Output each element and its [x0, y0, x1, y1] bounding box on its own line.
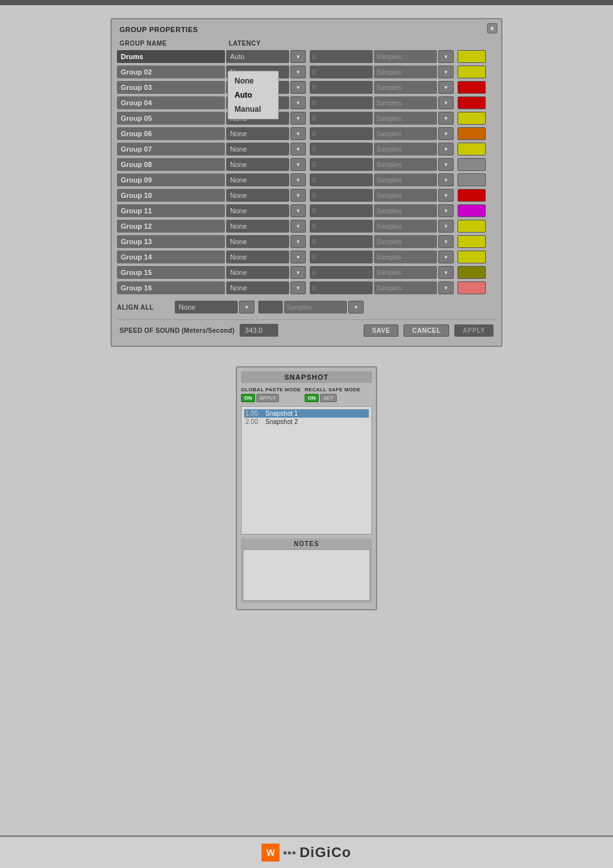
group-color-swatch-11[interactable]	[458, 220, 486, 233]
group-row: Group 11 None ▼ 0 Samples ▼	[117, 204, 496, 218]
cancel-button[interactable]: CANCEL	[404, 324, 449, 337]
align-latency-cell: None	[175, 301, 238, 314]
group-latency-dropdown-5[interactable]: ▼	[290, 127, 306, 140]
group-samples-1: Samples	[374, 66, 437, 78]
group-latency-dropdown-11[interactable]: ▼	[290, 220, 306, 233]
dialog-title: GROUP PROPERTIES	[117, 24, 496, 35]
align-samples-dropdown[interactable]: ▼	[348, 301, 364, 314]
group-value-14: 0	[310, 266, 373, 279]
dropdown-none[interactable]: None	[228, 74, 278, 88]
group-latency-dropdown-7[interactable]: ▼	[290, 158, 306, 171]
snapshot-name-0: Snapshot 1	[265, 410, 298, 417]
group-samples-dropdown-7[interactable]: ▼	[438, 158, 454, 171]
group-color-swatch-12[interactable]	[458, 235, 486, 248]
group-samples-5: Samples	[374, 127, 437, 140]
snapshot-item-0[interactable]: 1.00 Snapshot 1	[244, 409, 369, 418]
notes-area[interactable]	[243, 549, 370, 601]
group-latency-11: None	[226, 220, 289, 233]
bottom-bar: W DiGiCo	[0, 835, 613, 868]
group-latency-dropdown-12[interactable]: ▼	[290, 235, 306, 248]
group-latency-5: None	[226, 127, 289, 140]
group-latency-dropdown-0[interactable]: ▼	[290, 50, 306, 63]
group-color-swatch-13[interactable]	[458, 251, 486, 263]
group-samples-dropdown-11[interactable]: ▼	[438, 220, 454, 233]
group-latency-dropdown-9[interactable]: ▼	[290, 189, 306, 202]
group-color-swatch-9[interactable]	[458, 189, 486, 202]
col-latency: LATENCY	[229, 40, 293, 47]
group-color-swatch-8[interactable]	[458, 173, 486, 186]
dropdown-manual[interactable]: Manual	[228, 102, 278, 116]
logo-square: W	[262, 844, 280, 862]
snapshot-controls: GLOBAL PASTE MODE ON APPLY RECALL SAFE M…	[241, 387, 372, 402]
column-headers: GROUP NAME LATENCY	[117, 39, 496, 48]
dropdown-auto[interactable]: Auto	[228, 88, 278, 102]
group-color-swatch-1[interactable]	[458, 66, 486, 78]
col-group-name: GROUP NAME	[120, 40, 229, 47]
global-paste-apply-btn[interactable]: APPLY	[256, 394, 279, 402]
group-samples-dropdown-1[interactable]: ▼	[438, 66, 454, 78]
close-button[interactable]: ×	[487, 23, 497, 33]
group-row: Group 07 None ▼ 0 Samples ▼	[117, 142, 496, 156]
group-latency-dropdown-13[interactable]: ▼	[290, 251, 306, 263]
group-value-12: 0	[310, 235, 373, 248]
group-samples-dropdown-10[interactable]: ▼	[438, 204, 454, 217]
group-samples-dropdown-13[interactable]: ▼	[438, 251, 454, 263]
group-color-swatch-4[interactable]	[458, 112, 486, 125]
group-samples-dropdown-14[interactable]: ▼	[438, 266, 454, 279]
group-row: Drums Auto ▼ 0 Samples ▼	[117, 49, 496, 64]
group-samples-dropdown-0[interactable]: ▼	[438, 50, 454, 63]
recall-safe-set-btn[interactable]: SET	[320, 394, 337, 402]
group-samples-14: Samples	[374, 266, 437, 279]
group-latency-dropdown-10[interactable]: ▼	[290, 204, 306, 217]
group-value-10: 0	[310, 204, 373, 217]
group-row: Group 04 None ▼ 0 Samples ▼	[117, 96, 496, 110]
group-color-swatch-3[interactable]	[458, 96, 486, 109]
group-row: Group 15 None ▼ 0 Samples ▼	[117, 265, 496, 279]
group-samples-dropdown-6[interactable]: ▼	[438, 143, 454, 155]
group-samples-dropdown-4[interactable]: ▼	[438, 112, 454, 125]
group-samples-dropdown-2[interactable]: ▼	[438, 81, 454, 94]
group-name-7: Group 08	[117, 158, 225, 171]
group-row: Group 08 None ▼ 0 Samples ▼	[117, 157, 496, 172]
save-button[interactable]: SAVE	[364, 324, 399, 337]
group-samples-4: Samples	[374, 112, 437, 125]
group-color-swatch-2[interactable]	[458, 81, 486, 94]
group-latency-dropdown-14[interactable]: ▼	[290, 266, 306, 279]
group-latency-dropdown-15[interactable]: ▼	[290, 281, 306, 294]
group-latency-dropdown-8[interactable]: ▼	[290, 173, 306, 186]
recall-safe-on-toggle[interactable]: ON	[305, 394, 319, 402]
group-latency-dropdown-3[interactable]: ▼	[290, 96, 306, 109]
group-row: Group 05 None ▼ 0 Samples ▼	[117, 111, 496, 125]
global-paste-on-toggle[interactable]: ON	[241, 394, 255, 402]
group-color-swatch-15[interactable]	[458, 281, 486, 294]
group-color-swatch-6[interactable]	[458, 143, 486, 155]
apply-button[interactable]: APPLY	[454, 324, 493, 337]
group-samples-dropdown-9[interactable]: ▼	[438, 189, 454, 202]
group-row: Group 12 None ▼ 0 Samples ▼	[117, 219, 496, 233]
group-samples-dropdown-8[interactable]: ▼	[438, 173, 454, 186]
group-color-swatch-5[interactable]	[458, 127, 486, 140]
group-row: Group 10 None ▼ 0 Samples ▼	[117, 188, 496, 202]
group-color-swatch-14[interactable]	[458, 266, 486, 279]
group-samples-dropdown-15[interactable]: ▼	[438, 281, 454, 294]
group-samples-dropdown-3[interactable]: ▼	[438, 96, 454, 109]
group-value-11: 0	[310, 220, 373, 233]
align-all-label: ALIGN ALL	[117, 304, 175, 311]
group-value-9: 0	[310, 189, 373, 202]
group-samples-9: Samples	[374, 189, 437, 202]
group-latency-dropdown-2[interactable]: ▼	[290, 81, 306, 94]
group-color-swatch-7[interactable]	[458, 158, 486, 171]
group-samples-6: Samples	[374, 143, 437, 155]
group-samples-dropdown-12[interactable]: ▼	[438, 235, 454, 248]
group-latency-dropdown-6[interactable]: ▼	[290, 143, 306, 155]
group-latency-dropdown-4[interactable]: ▼	[290, 112, 306, 125]
snapshot-item-1[interactable]: 2.00 Snapshot 2	[244, 418, 369, 426]
group-latency-dropdown-1[interactable]: ▼	[290, 66, 306, 78]
global-paste-label: GLOBAL PASTE MODE	[241, 387, 301, 393]
group-name-4: Group 05	[117, 112, 225, 125]
group-color-swatch-0[interactable]	[458, 50, 486, 63]
group-color-swatch-10[interactable]	[458, 204, 486, 217]
align-latency-dropdown[interactable]: ▼	[239, 301, 254, 314]
latency-dropdown-popup: None Auto Manual	[227, 71, 279, 120]
group-samples-dropdown-5[interactable]: ▼	[438, 127, 454, 140]
